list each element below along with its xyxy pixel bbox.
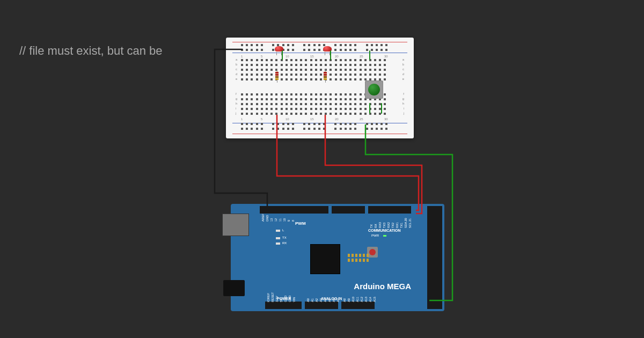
code-comment: // file must exist, but can be: [19, 44, 163, 58]
power-jack: [223, 280, 245, 296]
row-label: a: [402, 58, 404, 61]
usb-port: [222, 214, 249, 236]
jumper-wire: [381, 103, 382, 114]
pin-label: A11: [356, 297, 359, 302]
header-digital-2: [332, 206, 365, 214]
pin-label: AREF: [261, 214, 265, 222]
header-analog-1: [305, 302, 338, 309]
row-label: d: [236, 72, 237, 76]
rail-top-neg: [232, 53, 407, 53]
pin-label: TX3: [383, 223, 386, 228]
pin-label: A15: [373, 297, 376, 302]
pin-label: 10: [283, 218, 286, 222]
col-num: 25: [360, 55, 363, 58]
pin-label: 11: [279, 218, 282, 222]
pin-label: A4: [324, 298, 327, 302]
row-label: h: [402, 102, 404, 105]
led-leg: [276, 52, 277, 55]
led-1[interactable]: [274, 46, 284, 53]
resistor-2[interactable]: [324, 69, 327, 83]
col-num: 1: [241, 117, 243, 121]
pin-label: A1: [311, 298, 314, 302]
rail-top-pos: [232, 42, 407, 42]
row-i: [241, 108, 386, 110]
jumper-wire: [369, 103, 370, 114]
row-j: [241, 113, 386, 115]
row-label: g: [236, 97, 237, 100]
resistor-1[interactable]: [275, 69, 279, 83]
pin-label: GND: [288, 296, 291, 302]
resistor-band: [275, 74, 279, 76]
pin-label: 3.3V: [275, 296, 279, 302]
smd-pads: [348, 259, 369, 262]
led-PWR-indicator: [383, 235, 386, 237]
header-analog-2: [341, 302, 375, 309]
pin-label: TX2: [391, 223, 394, 228]
push-button[interactable]: [365, 80, 383, 99]
pin-label: GND: [266, 215, 269, 222]
jumper-wire: [282, 50, 283, 60]
resistor-leg: [277, 80, 277, 83]
pin-label: RX3: [378, 222, 382, 228]
col-num: 20: [335, 55, 339, 58]
pin-label: RX1: [396, 222, 399, 228]
pin-label: 13: [270, 218, 273, 222]
pwm-label: PWM: [295, 221, 306, 226]
col-num: 30: [384, 117, 388, 121]
jumper-wire: [330, 50, 331, 60]
row-label: f: [403, 92, 404, 95]
pin-label: A8: [343, 298, 346, 302]
jumper-wire: [369, 50, 370, 60]
led-L-indicator: [276, 230, 280, 232]
reset-button[interactable]: [367, 247, 378, 258]
col-num: 1: [241, 55, 243, 58]
pin-label: 12: [274, 218, 277, 222]
pin-label: GND: [284, 296, 287, 302]
rail-holes: [241, 49, 394, 51]
row-label: g: [402, 97, 404, 100]
row-label: d: [402, 72, 404, 76]
row-b: [241, 64, 386, 66]
row-label: i: [236, 107, 236, 110]
pin-label: A9: [347, 298, 350, 302]
pin-label: A13: [364, 297, 368, 302]
pin-label: A3: [319, 298, 323, 302]
pin-label: SCL 21: [408, 218, 412, 228]
row-e: [241, 78, 386, 80]
pin-label: 8: [291, 220, 295, 222]
resistor-band: [275, 76, 279, 78]
pin-label: TX1: [400, 223, 403, 228]
resistor-band: [324, 74, 327, 76]
row-label: e: [236, 77, 237, 80]
rail-holes: [241, 128, 394, 130]
resistor-band: [324, 76, 327, 78]
row-label: i: [404, 107, 404, 110]
led-RX-label: RX: [282, 241, 287, 245]
row-label: c: [402, 68, 404, 71]
col-num: 20: [335, 117, 339, 121]
col-num: 5: [261, 117, 262, 121]
col-num: 15: [310, 55, 314, 58]
pin-label: A5: [328, 298, 331, 302]
led-RX-indicator: [276, 243, 280, 245]
row-label: h: [236, 102, 237, 105]
microcontroller-chip: [310, 244, 340, 274]
col-num: 30: [384, 55, 388, 58]
row-label: e: [402, 77, 404, 80]
row-h: [241, 103, 386, 105]
pin-label: A6: [332, 298, 335, 302]
row-label: j: [236, 112, 236, 115]
comm-label: COMMUNICATION: [368, 229, 401, 232]
smd-pads: [348, 254, 369, 257]
rail-holes: [241, 123, 394, 125]
rail-bot-pos: [232, 134, 407, 134]
led-L-label: L: [282, 229, 284, 232]
col-num: 15: [310, 117, 314, 121]
row-c: [241, 69, 386, 71]
pin-label: A12: [360, 297, 363, 302]
pin-label: RX2: [387, 222, 390, 228]
pin-label: RESET: [271, 292, 274, 302]
resistor-leg: [325, 80, 326, 83]
led-2[interactable]: [322, 46, 333, 53]
resistor-band: [324, 72, 327, 74]
